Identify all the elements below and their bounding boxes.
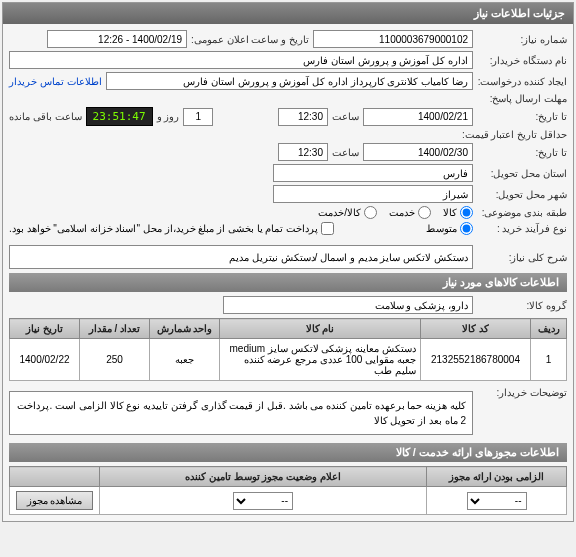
items-subheader: اطلاعات کالاهای مورد نیاز: [9, 273, 567, 292]
process-radio[interactable]: متوسط: [426, 222, 473, 235]
view-auth-button[interactable]: مشاهده مجوز: [16, 491, 94, 510]
th-status: اعلام وضعیت مجوز توسط تامین کننده: [100, 467, 427, 487]
min-valid-date-field: 1400/02/30: [363, 143, 473, 161]
form-body: شماره نیاز: 1100003679000102 تاریخ و ساع…: [3, 24, 573, 521]
contact-link[interactable]: اطلاعات تماس خریدار: [9, 76, 102, 87]
th-code: کد کالا: [421, 319, 531, 339]
process-opt1: متوسط: [426, 223, 457, 234]
mandatory-select[interactable]: --: [467, 492, 527, 510]
desc-field: دستکش لاتکس سایز مدیم و اسمال /دستکش نیت…: [9, 245, 473, 269]
cell-need-date: 1400/02/22: [10, 339, 80, 381]
cat-goods-input[interactable]: [460, 206, 473, 219]
requester-label: ایجاد کننده درخواست:: [477, 76, 567, 87]
to-date-label: تا تاریخ:: [477, 111, 567, 122]
th-name: نام کالا: [220, 319, 421, 339]
buyer-org-field: اداره کل آموزش و پرورش استان فارس: [9, 51, 473, 69]
min-valid-label: حداقل تاریخ اعتبار قیمت:: [457, 129, 567, 140]
group-label: گروه کالا:: [477, 300, 567, 311]
auth-row: -- -- مشاهده مجوز: [10, 487, 567, 515]
time-label-2: ساعت: [332, 147, 359, 158]
cell-unit: جعبه: [150, 339, 220, 381]
items-table: ردیف کد کالا نام کالا واحد شمارش تعداد /…: [9, 318, 567, 381]
th-qty: تعداد / مقدار: [80, 319, 150, 339]
day-label: روز و: [157, 111, 180, 122]
announce-label: تاریخ و ساعت اعلان عمومی:: [191, 34, 309, 45]
days-remain-field: 1: [183, 108, 213, 126]
category-label: طبقه بندی موضوعی:: [477, 207, 567, 218]
cat-service-label: خدمت: [389, 207, 415, 218]
status-select[interactable]: --: [233, 492, 293, 510]
need-no-label: شماره نیاز:: [477, 34, 567, 45]
cat-goods-service-label: کالا/خدمت: [318, 207, 361, 218]
to-date-label-2: تا تاریخ:: [477, 147, 567, 158]
remain-label: ساعت باقی مانده: [9, 111, 82, 122]
cell-qty: 250: [80, 339, 150, 381]
th-row: ردیف: [531, 319, 567, 339]
countdown-timer: 23:51:47: [86, 107, 153, 126]
process-radio-input[interactable]: [460, 222, 473, 235]
payment-checkbox[interactable]: [321, 222, 334, 235]
process-label: نوع فرآیند خرید :: [477, 223, 567, 234]
cat-goods-service-input[interactable]: [364, 206, 377, 219]
need-no-field: 1100003679000102: [313, 30, 473, 48]
province-label: استان محل تحویل:: [477, 168, 567, 179]
buyer-notes-label: توضیحات خریدار:: [477, 387, 567, 398]
city-field: شیراز: [273, 185, 473, 203]
announce-field: 1400/02/19 - 12:26: [47, 30, 187, 48]
cell-name: دستکش معاینه پزشکی لاتکس سایز medium جعب…: [220, 339, 421, 381]
category-radio-group: کالا خدمت کالا/خدمت: [318, 206, 473, 219]
payment-note: پرداخت تمام یا بخشی از مبلغ خرید،از محل …: [9, 223, 318, 234]
cell-row: 1: [531, 339, 567, 381]
th-action: [10, 467, 100, 487]
panel-title: جزئیات اطلاعات نیاز: [3, 3, 573, 24]
auth-mandatory-cell: --: [427, 487, 567, 515]
auth-subheader: اطلاعات مجوزهای ارائه خدمت / کالا: [9, 443, 567, 462]
auth-status-cell: --: [100, 487, 427, 515]
cat-service-radio[interactable]: خدمت: [389, 206, 431, 219]
cell-code: 2132552186780004: [421, 339, 531, 381]
deadline-label: مهلت ارسال پاسخ:: [477, 93, 567, 104]
auth-header-row: الزامی بودن ارائه مجوز اعلام وضعیت مجوز …: [10, 467, 567, 487]
cat-goods-radio[interactable]: کالا: [443, 206, 473, 219]
buyer-org-label: نام دستگاه خریدار:: [477, 55, 567, 66]
requester-field: رضا کامیاب کلانتری کارپرداز اداره کل آمو…: [106, 72, 473, 90]
table-row[interactable]: 1 2132552186780004 دستکش معاینه پزشکی لا…: [10, 339, 567, 381]
city-label: شهر محل تحویل:: [477, 189, 567, 200]
cat-goods-service-radio[interactable]: کالا/خدمت: [318, 206, 377, 219]
buyer-notes-box: کلیه هزینه حما برعهده تامین کننده می باش…: [9, 391, 473, 435]
min-valid-time-field: 12:30: [278, 143, 328, 161]
th-unit: واحد شمارش: [150, 319, 220, 339]
deadline-date-field: 1400/02/21: [363, 108, 473, 126]
time-label-1: ساعت: [332, 111, 359, 122]
payment-check[interactable]: پرداخت تمام یا بخشی از مبلغ خرید،از محل …: [9, 222, 334, 235]
group-field: دارو، پزشکی و سلامت: [223, 296, 473, 314]
province-field: فارس: [273, 164, 473, 182]
cat-service-input[interactable]: [418, 206, 431, 219]
th-need-date: تاریخ نیاز: [10, 319, 80, 339]
deadline-time-field: 12:30: [278, 108, 328, 126]
table-header-row: ردیف کد کالا نام کالا واحد شمارش تعداد /…: [10, 319, 567, 339]
auth-table: الزامی بودن ارائه مجوز اعلام وضعیت مجوز …: [9, 466, 567, 515]
auth-action-cell: مشاهده مجوز: [10, 487, 100, 515]
desc-label: شرح کلی نیاز:: [477, 252, 567, 263]
cat-goods-label: کالا: [443, 207, 457, 218]
th-mandatory: الزامی بودن ارائه مجوز: [427, 467, 567, 487]
details-panel: جزئیات اطلاعات نیاز شماره نیاز: 11000036…: [2, 2, 574, 522]
